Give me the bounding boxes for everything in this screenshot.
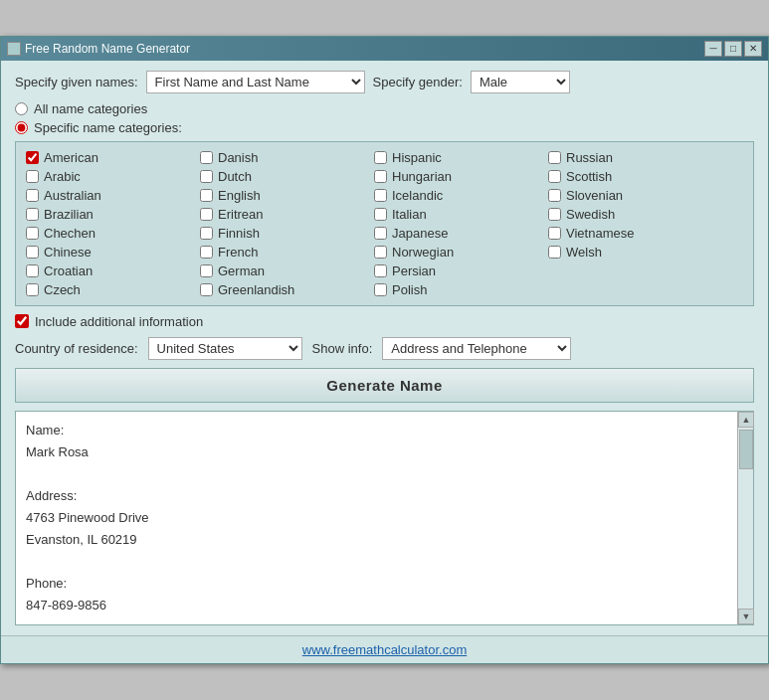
category-item-slovenian: Slovenian xyxy=(548,188,722,203)
label-brazilian[interactable]: Brazilian xyxy=(44,207,94,222)
minimize-button[interactable]: ─ xyxy=(704,41,722,57)
label-croatian[interactable]: Croatian xyxy=(44,263,93,278)
name-type-select[interactable]: First Name and Last Name First Name Only… xyxy=(146,71,365,93)
checkbox-croatian[interactable] xyxy=(26,264,39,277)
category-item-welsh: Welsh xyxy=(548,245,722,260)
checkbox-russian[interactable] xyxy=(548,151,561,164)
additional-info-checkbox[interactable] xyxy=(15,314,29,328)
gender-select[interactable]: Male Female Either xyxy=(471,71,570,93)
category-item-croatian: Croatian xyxy=(26,263,200,278)
checkbox-american[interactable] xyxy=(26,151,39,164)
label-dutch[interactable]: Dutch xyxy=(218,169,252,184)
checkbox-brazilian[interactable] xyxy=(26,208,39,221)
label-czech[interactable]: Czech xyxy=(44,282,81,297)
label-scottish[interactable]: Scottish xyxy=(566,169,612,184)
category-item-russian: Russian xyxy=(548,150,722,165)
label-danish[interactable]: Danish xyxy=(218,150,258,165)
label-icelandic[interactable]: Icelandic xyxy=(392,188,443,203)
label-persian[interactable]: Persian xyxy=(392,263,436,278)
checkbox-danish[interactable] xyxy=(200,151,213,164)
label-japanese[interactable]: Japanese xyxy=(392,226,448,241)
label-hispanic[interactable]: Hispanic xyxy=(392,150,442,165)
category-item-italian: Italian xyxy=(374,207,548,222)
checkbox-finnish[interactable] xyxy=(200,227,213,240)
label-norwegian[interactable]: Norwegian xyxy=(392,245,454,260)
all-categories-radio[interactable] xyxy=(15,102,28,115)
label-arabic[interactable]: Arabic xyxy=(44,169,81,184)
checkbox-vietnamese[interactable] xyxy=(548,227,561,240)
specific-categories-label[interactable]: Specific name categories: xyxy=(34,120,182,135)
checkbox-german[interactable] xyxy=(200,264,213,277)
category-item-hungarian: Hungarian xyxy=(374,169,548,184)
label-german[interactable]: German xyxy=(218,263,265,278)
additional-info-row: Include additional information xyxy=(15,314,754,329)
checkbox-japanese[interactable] xyxy=(374,227,387,240)
country-select[interactable]: United States United Kingdom Canada Aust… xyxy=(148,337,302,360)
label-english[interactable]: English xyxy=(218,188,261,203)
close-button[interactable]: ✕ xyxy=(744,41,762,57)
checkbox-australian[interactable] xyxy=(26,189,39,202)
checkbox-swedish[interactable] xyxy=(548,208,561,221)
category-item-czech: Czech xyxy=(26,282,200,297)
checkbox-czech[interactable] xyxy=(26,283,39,296)
label-chechen[interactable]: Chechen xyxy=(44,226,96,241)
checkbox-chechen[interactable] xyxy=(26,227,39,240)
specific-categories-radio[interactable] xyxy=(15,121,28,134)
categories-box: AmericanDanishHispanicRussianArabicDutch… xyxy=(15,141,754,306)
label-slovenian[interactable]: Slovenian xyxy=(566,188,623,203)
scroll-down-button[interactable]: ▼ xyxy=(738,609,754,624)
label-french[interactable]: French xyxy=(218,245,258,260)
label-polish[interactable]: Polish xyxy=(392,282,427,297)
checkbox-dutch[interactable] xyxy=(200,170,213,183)
checkbox-norwegian[interactable] xyxy=(374,246,387,259)
checkbox-polish[interactable] xyxy=(374,283,387,296)
label-finnish[interactable]: Finnish xyxy=(218,226,260,241)
scroll-track xyxy=(738,428,753,610)
category-item-dutch: Dutch xyxy=(200,169,374,184)
category-item-greenlandish: Greenlandish xyxy=(200,282,374,297)
label-italian[interactable]: Italian xyxy=(392,207,427,222)
footer-link[interactable]: www.freemathcalculator.com xyxy=(302,642,467,657)
output-text: Name: Mark Rosa Address: 4763 Pinewood D… xyxy=(16,412,737,625)
label-chinese[interactable]: Chinese xyxy=(44,245,92,260)
label-eritrean[interactable]: Eritrean xyxy=(218,207,264,222)
checkbox-eritrean[interactable] xyxy=(200,208,213,221)
label-hungarian[interactable]: Hungarian xyxy=(392,169,452,184)
label-greenlandish[interactable]: Greenlandish xyxy=(218,282,294,297)
additional-info-label[interactable]: Include additional information xyxy=(35,314,203,329)
checkbox-scottish[interactable] xyxy=(548,170,561,183)
checkbox-greenlandish[interactable] xyxy=(200,283,213,296)
show-info-select[interactable]: Address and Telephone Address Only Telep… xyxy=(382,337,571,360)
checkbox-icelandic[interactable] xyxy=(374,189,387,202)
generate-button[interactable]: Generate Name xyxy=(15,368,754,403)
label-swedish[interactable]: Swedish xyxy=(566,207,615,222)
country-label: Country of residence: xyxy=(15,341,138,356)
category-item-finnish: Finnish xyxy=(200,226,374,241)
content-area: Specify given names: First Name and Last… xyxy=(1,61,768,636)
checkbox-hungarian[interactable] xyxy=(374,170,387,183)
label-russian[interactable]: Russian xyxy=(566,150,613,165)
scroll-up-button[interactable]: ▲ xyxy=(738,412,754,428)
label-australian[interactable]: Australian xyxy=(44,188,101,203)
label-vietnamese[interactable]: Vietnamese xyxy=(566,226,634,241)
checkbox-persian[interactable] xyxy=(374,264,387,277)
all-categories-label[interactable]: All name categories xyxy=(34,101,147,116)
maximize-button[interactable]: □ xyxy=(724,41,742,57)
category-item-french: French xyxy=(200,245,374,260)
label-welsh[interactable]: Welsh xyxy=(566,245,602,260)
checkbox-chinese[interactable] xyxy=(26,246,39,259)
specific-categories-row: Specific name categories: xyxy=(15,120,754,135)
checkbox-arabic[interactable] xyxy=(26,170,39,183)
all-categories-row: All name categories xyxy=(15,101,754,116)
checkbox-hispanic[interactable] xyxy=(374,151,387,164)
checkbox-italian[interactable] xyxy=(374,208,387,221)
checkbox-welsh[interactable] xyxy=(548,246,561,259)
scroll-thumb[interactable] xyxy=(739,430,753,469)
category-item-norwegian: Norwegian xyxy=(374,245,548,260)
category-item-danish: Danish xyxy=(200,150,374,165)
checkbox-french[interactable] xyxy=(200,246,213,259)
checkbox-slovenian[interactable] xyxy=(548,189,561,202)
label-american[interactable]: American xyxy=(44,150,98,165)
category-item-australian: Australian xyxy=(26,188,200,203)
checkbox-english[interactable] xyxy=(200,189,213,202)
